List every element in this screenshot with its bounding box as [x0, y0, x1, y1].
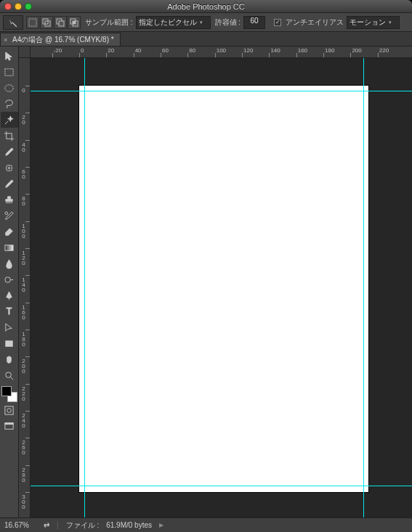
eyedropper-tool[interactable] [1, 144, 18, 160]
marquee-rect-tool[interactable] [1, 64, 18, 80]
svg-rect-17 [5, 406, 13, 414]
guide-horizontal[interactable] [31, 486, 412, 486]
color-swatches[interactable] [1, 386, 17, 402]
zoom-tool[interactable] [1, 367, 18, 383]
svg-rect-20 [5, 422, 13, 424]
screen-mode-button[interactable] [1, 418, 18, 434]
sample-range-select[interactable]: 指定したピクセル [136, 16, 211, 29]
guide-vertical[interactable] [363, 58, 364, 517]
canvas-area[interactable] [31, 58, 412, 517]
brush-tool[interactable] [1, 176, 18, 192]
selection-intersect-button[interactable] [68, 16, 81, 29]
document-tab[interactable]: × A4の場合 @ 16.7% (CMYK/8) * [0, 33, 121, 46]
close-tab-icon[interactable]: × [4, 36, 7, 44]
ruler-vertical[interactable]: 0204060801001201401601802002202402602803… [19, 58, 31, 517]
lasso-tool[interactable] [1, 96, 18, 112]
zoom-level[interactable]: 16.67% [4, 521, 36, 529]
svg-rect-4 [59, 21, 64, 26]
selection-subtract-button[interactable] [54, 16, 67, 29]
svg-point-13 [5, 277, 11, 282]
blur-tool[interactable] [1, 255, 18, 271]
type-tool[interactable]: T [1, 303, 18, 319]
canvas[interactable] [79, 86, 368, 492]
options-bar: サンプル範囲 : 指定したピクセル 許容値 : 60 ✓ アンチエイリアス モー… [0, 13, 412, 32]
status-bar: 16.67% ⇄ | ファイル : 61.9M/0 bytes ▶ [0, 517, 412, 532]
gradient-tool[interactable] [1, 240, 18, 255]
status-arrow-icon[interactable]: ▶ [159, 522, 163, 528]
crop-tool[interactable] [1, 128, 18, 144]
svg-point-11 [5, 211, 8, 214]
file-info-value: 61.9M/0 bytes [106, 521, 152, 529]
svg-rect-8 [5, 68, 13, 75]
svg-rect-7 [73, 21, 76, 24]
eraser-tool[interactable] [1, 224, 18, 240]
quick-mask-button[interactable] [1, 402, 18, 418]
move-tool[interactable] [1, 48, 18, 64]
history-brush-tool[interactable] [1, 208, 18, 224]
titlebar: Adobe Photoshop CC [0, 0, 412, 13]
foreground-color-swatch[interactable] [1, 386, 12, 396]
current-tool-indicator[interactable] [3, 15, 23, 30]
app-window: Adobe Photoshop CC サンプル範囲 : 指定したピクセル 許容値… [0, 0, 412, 532]
dodge-tool[interactable] [1, 271, 18, 287]
selection-new-button[interactable] [26, 16, 39, 29]
selection-mode-group [26, 16, 81, 29]
file-info-label: ファイル : [66, 520, 100, 531]
svg-rect-12 [5, 245, 13, 250]
guide-horizontal[interactable] [31, 91, 412, 91]
healing-brush-tool[interactable] [1, 160, 18, 176]
pen-tool[interactable] [1, 287, 18, 303]
svg-rect-0 [29, 19, 36, 26]
rectangle-tool[interactable] [1, 335, 18, 351]
main-area: T -20020406080100120140160180200220 0204… [0, 46, 412, 517]
svg-point-16 [6, 372, 12, 377]
canvas-viewport: -20020406080100120140160180200220 020406… [19, 46, 412, 517]
tolerance-input[interactable]: 60 [243, 16, 265, 29]
sample-range-label: サンプル範囲 : [85, 17, 133, 28]
status-icon: ⇄ [44, 521, 49, 529]
svg-rect-15 [6, 340, 12, 346]
document-tab-label: A4の場合 @ 16.7% (CMYK/8) * [12, 35, 114, 45]
anti-alias-label: アンチエイリアス [286, 17, 344, 28]
marquee-ellipse-tool[interactable] [1, 80, 18, 96]
svg-point-18 [7, 408, 12, 412]
mode-select[interactable]: モーション [347, 16, 400, 29]
toolbox: T [0, 46, 19, 517]
anti-alias-checkbox[interactable]: ✓ [274, 19, 281, 26]
ruler-origin[interactable] [19, 46, 31, 58]
path-select-tool[interactable] [1, 319, 18, 335]
tolerance-label: 許容値 : [215, 17, 241, 28]
guide-vertical[interactable] [84, 58, 85, 517]
svg-text:T: T [7, 306, 12, 316]
magic-wand-tool[interactable] [1, 112, 18, 128]
document-tab-bar: × A4の場合 @ 16.7% (CMYK/8) * [0, 32, 412, 46]
selection-add-button[interactable] [40, 16, 53, 29]
ruler-horizontal[interactable]: -20020406080100120140160180200220 [31, 46, 412, 58]
svg-point-9 [5, 84, 13, 91]
hand-tool[interactable] [1, 351, 18, 367]
stamp-tool[interactable] [1, 192, 18, 208]
app-title: Adobe Photoshop CC [0, 2, 412, 11]
